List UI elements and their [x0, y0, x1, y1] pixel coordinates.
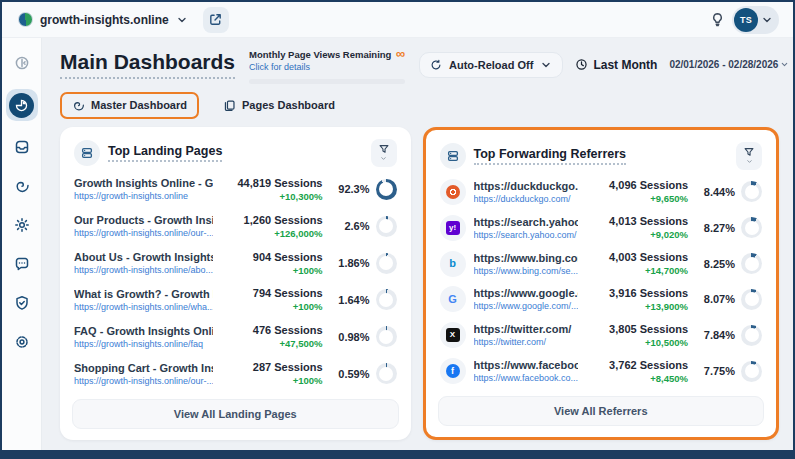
sessions-count: 3,762 Sessions: [586, 359, 688, 371]
sessions-delta: +9,650%: [586, 193, 688, 204]
percent-value: 2.6%: [344, 220, 369, 232]
list-item[interactable]: About Us - Growth Insights Online https:…: [72, 245, 399, 282]
sessions-delta: +47,500%: [221, 338, 323, 349]
list-item[interactable]: f https://www.facebook.c... https://www.…: [438, 353, 765, 389]
percent-donut-icon: [741, 325, 762, 346]
sessions-delta: +9,020%: [586, 229, 688, 240]
percent-donut-icon: [376, 216, 397, 237]
card-title: Top Landing Pages: [108, 144, 222, 162]
sidebar-item-inbox[interactable]: [9, 134, 35, 160]
sidebar-item-collapse[interactable]: [9, 50, 35, 76]
row-url-link[interactable]: https://www.google.com/...: [474, 301, 579, 311]
list-item[interactable]: Growth Insights Online - Growth I... htt…: [72, 171, 399, 208]
sidebar-item-settings[interactable]: [9, 329, 35, 355]
sessions-count: 4,003 Sessions: [586, 251, 688, 263]
chevron-down-icon: [540, 59, 552, 71]
percent-donut-icon: [376, 363, 397, 384]
filter-button[interactable]: [371, 139, 397, 167]
row-title: Growth Insights Online - Growth I...: [74, 177, 213, 189]
quota-details-link[interactable]: Click for details: [249, 62, 405, 72]
row-title: What is Growth? - Growth Insight...: [74, 288, 213, 300]
google-favicon-icon: G: [440, 286, 466, 312]
percent-value: 8.25%: [704, 258, 735, 270]
row-url-link[interactable]: https://duckduckgo.com/: [474, 194, 579, 204]
spiral-icon: [72, 99, 85, 112]
list-item[interactable]: Shopping Cart - Growth Insights ... http…: [72, 355, 399, 392]
chevron-down-icon[interactable]: [176, 14, 188, 26]
automation-icon: [14, 217, 30, 233]
yahoo-favicon-icon: y!: [440, 215, 466, 241]
duckduckgo-favicon-icon: [440, 179, 466, 205]
external-link-icon: [208, 12, 223, 27]
server-icon: [440, 143, 466, 169]
sidebar-item-sessions[interactable]: [9, 173, 35, 199]
app-window: growth-insights.online TS: [2, 2, 793, 450]
dashboard-tabs: Master Dashboard Pages Dashboard: [60, 92, 779, 119]
pie-chart-icon: [9, 93, 34, 118]
row-url-link[interactable]: https://growth-insights.online: [74, 191, 213, 201]
date-range-picker[interactable]: 02/01/2026 - 02/28/2026: [669, 59, 789, 70]
percent-value: 8.44%: [704, 186, 735, 198]
row-url-link[interactable]: https://twitter.com/: [474, 337, 579, 347]
row-url-link[interactable]: https://www.facebook.co...: [474, 373, 579, 383]
tab-master-dashboard[interactable]: Master Dashboard: [60, 92, 199, 119]
row-title: https://search.yahoo.com/: [474, 216, 579, 228]
percent-value: 8.27%: [704, 222, 735, 234]
quota-widget: Monthly Page Views Remaining ∞ Click for…: [249, 49, 405, 84]
row-title: About Us - Growth Insights Online: [74, 251, 213, 263]
sidebar-item-feedback[interactable]: [9, 251, 35, 277]
row-url-link[interactable]: https://growth-insights.online/our-...: [74, 376, 213, 386]
filter-button[interactable]: [736, 142, 762, 170]
funnel-icon: [378, 143, 390, 155]
site-selector[interactable]: growth-insights.online: [40, 13, 169, 27]
row-url-link[interactable]: https://growth-insights.online/wha...: [74, 302, 213, 312]
list-item[interactable]: https://duckduckgo.com/ https://duckduck…: [438, 174, 765, 210]
row-url-link[interactable]: https://search.yahoo.com/: [474, 230, 579, 240]
lightbulb-icon: [710, 12, 725, 27]
row-title: Our Products - Growth Insights O...: [74, 214, 213, 226]
tips-button[interactable]: [710, 12, 725, 27]
list-item[interactable]: G https://www.google.com... https://www.…: [438, 281, 765, 317]
list-item[interactable]: b https://www.bing.com/s... https://www.…: [438, 246, 765, 282]
tab-pages-dashboard[interactable]: Pages Dashboard: [213, 94, 345, 117]
auto-reload-dropdown[interactable]: Auto-Reload Off: [419, 52, 563, 78]
sessions-delta: +100%: [221, 301, 323, 312]
percent-donut-icon: [741, 253, 762, 274]
list-item[interactable]: Our Products - Growth Insights O... http…: [72, 208, 399, 245]
content: Main Dashboards Monthly Page Views Remai…: [42, 38, 793, 450]
list-item[interactable]: What is Growth? - Growth Insight... http…: [72, 281, 399, 318]
view-all-referrers-button[interactable]: View All Referrers: [438, 396, 765, 426]
sidebar-item-dashboards[interactable]: [6, 89, 38, 121]
row-url-link[interactable]: https://growth-insights.online/our-...: [74, 228, 213, 238]
percent-value: 8.07%: [704, 293, 735, 305]
server-icon: [74, 140, 100, 166]
top-landing-pages-card: Top Landing Pages Growth Insights Online…: [60, 127, 411, 440]
user-menu[interactable]: TS: [732, 6, 779, 34]
row-url-link[interactable]: https://growth-insights.online/abo...: [74, 265, 213, 275]
list-item[interactable]: X https://twitter.com/ https://twitter.c…: [438, 317, 765, 353]
percent-value: 0.98%: [338, 331, 369, 343]
period-selector[interactable]: Last Month: [575, 58, 657, 72]
percent-value: 1.86%: [338, 257, 369, 269]
list-item[interactable]: FAQ - Growth Insights Online https://gro…: [72, 318, 399, 355]
sidebar-item-privacy[interactable]: [9, 290, 35, 316]
row-title: https://www.bing.com/s...: [474, 252, 579, 264]
twitter-x-favicon-icon: X: [440, 322, 466, 348]
spiral-icon: [14, 178, 30, 194]
facebook-favicon-icon: f: [440, 358, 466, 384]
app-frame: growth-insights.online TS: [0, 0, 795, 459]
row-title: https://duckduckgo.com/: [474, 180, 579, 192]
percent-donut-icon: [376, 326, 397, 347]
sessions-delta: +100%: [221, 375, 323, 386]
sessions-count: 44,819 Sessions: [221, 177, 323, 189]
sidebar-item-automation[interactable]: [9, 212, 35, 238]
quota-title: Monthly Page Views Remaining: [249, 49, 391, 61]
open-site-button[interactable]: [203, 7, 229, 33]
list-item[interactable]: y! https://search.yahoo.com/ https://sea…: [438, 210, 765, 246]
view-all-landing-pages-button[interactable]: View All Landing Pages: [72, 399, 399, 429]
row-url-link[interactable]: https://growth-insights.online/faq: [74, 339, 213, 349]
chat-bubble-icon: [14, 256, 30, 272]
sessions-delta: +8,450%: [586, 373, 688, 384]
gear-icon: [14, 334, 30, 350]
row-url-link[interactable]: https://www.bing.com/se...: [474, 266, 579, 276]
